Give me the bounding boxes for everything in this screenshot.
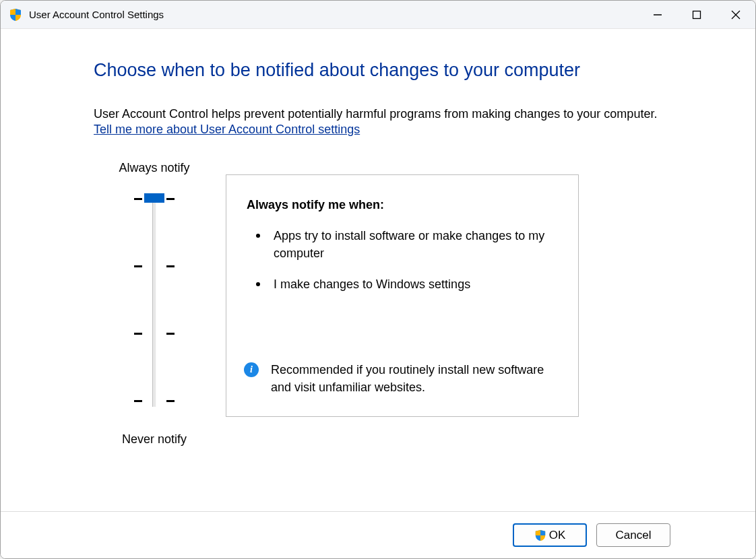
window-title: User Account Control Settings [29, 9, 638, 20]
slider-tick [134, 400, 142, 402]
slider-tick [134, 333, 142, 335]
content-area: Choose when to be notified about changes… [1, 29, 755, 511]
svg-rect-1 [693, 11, 701, 18]
page-heading: Choose when to be notified about changes… [94, 60, 668, 81]
titlebar: User Account Control Settings [1, 1, 755, 29]
cancel-button-label: Cancel [616, 529, 652, 542]
notification-level-slider[interactable] [134, 191, 175, 420]
cancel-button[interactable]: Cancel [596, 523, 670, 547]
shield-icon [534, 529, 546, 541]
recommendation-row: i Recommended if you routinely install n… [244, 361, 558, 396]
level-title: Always notify me when: [247, 198, 558, 212]
minimize-button[interactable] [638, 1, 677, 28]
window-controls [638, 1, 755, 28]
slider-tick [134, 265, 142, 267]
recommendation-text: Recommended if you routinely install new… [271, 361, 558, 396]
slider-top-label: Always notify [94, 161, 215, 175]
close-button[interactable] [716, 1, 755, 28]
description-text: User Account Control helps prevent poten… [94, 105, 668, 123]
shield-icon [9, 8, 22, 22]
level-bullet-list: Apps try to install software or make cha… [247, 227, 558, 293]
learn-more-link[interactable]: Tell me more about User Account Control … [94, 123, 360, 137]
slider-column: Always notify Never notify [94, 161, 215, 447]
ok-button[interactable]: OK [513, 523, 587, 547]
level-description-panel: Always notify me when: Apps try to insta… [226, 174, 579, 417]
slider-area: Always notify Never notify Always notify… [94, 161, 668, 447]
slider-tick [134, 198, 142, 200]
dialog-footer: OK Cancel [1, 511, 755, 558]
slider-tick [166, 333, 175, 335]
slider-tick [166, 400, 175, 402]
level-bullet: Apps try to install software or make cha… [247, 227, 558, 262]
slider-tick [166, 265, 175, 267]
slider-bottom-label: Never notify [94, 432, 215, 447]
ok-button-label: OK [549, 529, 566, 542]
slider-thumb[interactable] [144, 193, 164, 203]
uac-settings-window: User Account Control Settings Choose whe… [0, 0, 756, 559]
info-icon: i [244, 362, 259, 377]
slider-track [152, 198, 156, 407]
level-bullet: I make changes to Windows settings [247, 275, 558, 293]
slider-tick [166, 198, 175, 200]
maximize-button[interactable] [677, 1, 716, 28]
